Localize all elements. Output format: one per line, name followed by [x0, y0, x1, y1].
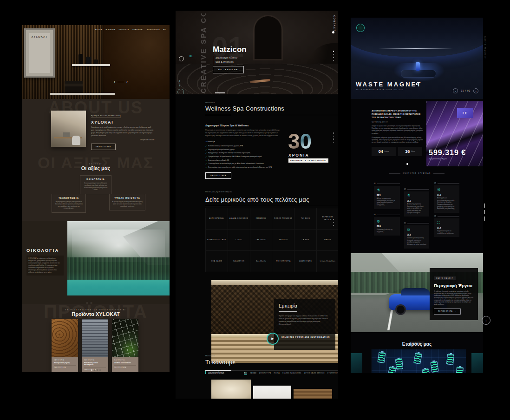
wastemagnet-hero-image: WASTE MAGNET ΜΕ ΤΗ ΧΡΗΜΑΤΟΔΟΤΗΣΗ ΤΗΣ ΕΣΠ…: [351, 18, 483, 99]
client-logo[interactable]: AKTI IMPERIAL: [206, 208, 228, 229]
client-logo[interactable]: AMADA COLOSSOS: [228, 208, 250, 229]
play-icon: ▶: [271, 337, 274, 341]
side-dot[interactable]: [333, 142, 334, 143]
nav-item-home[interactable]: ΑΡΧΙΚΗ: [95, 29, 103, 31]
client-logo[interactable]: CURIO: [228, 230, 250, 250]
check-icon: ✓: [205, 151, 207, 155]
side-dot[interactable]: [333, 219, 334, 220]
prev-arrow-icon[interactable]: ‹: [114, 80, 115, 84]
prev-arrow-icon[interactable]: ‹: [453, 88, 458, 93]
side-dot[interactable]: [333, 222, 334, 223]
hero-subtitle-line2: Spa & Wellness: [216, 60, 237, 64]
work-filter-tabs: ALL ΧΑΜΑΜ ΑΤΜΟΛΟΥΤΡΑ ΠΙΣΙΝΑ ΕΙΔΙΚΕΣ ΚΑΤΑ…: [244, 372, 338, 375]
client-logo[interactable]: THE SYNTOPIA: [272, 251, 294, 272]
gallery-image-wood[interactable]: [294, 389, 332, 399]
client-logo[interactable]: ΘΕΑ OASIS: [206, 251, 228, 272]
client-logo[interactable]: THE VAULT: [250, 230, 272, 250]
experience-card: Εμπειρία Είμαστε στο χώρο των θερμών υδά…: [274, 299, 335, 350]
client-logo[interactable]: KALLISTON: [228, 251, 250, 272]
product-card[interactable]: ΚΑΤΗΓΟΡΙΑ Μασίφ Ξυλείες Δρυός ΠΕΡΙΣΣΟΤΕΡ…: [52, 319, 78, 372]
clients-label: Ποιοί μας εμπιστεύθηκαν: [205, 190, 232, 193]
battery-graphic: [377, 352, 386, 363]
nav-item-contact[interactable]: ΕΠΙΚΟΙΝΩΝΙΑ: [147, 29, 160, 31]
product-card[interactable]: ΚΑΤΗΓΟΡΙΑ Σύνθετα Ξύλινα Πάνελ ΠΕΡΙΣΣΟΤΕ…: [112, 319, 138, 372]
twitter-icon[interactable]: t: [179, 79, 180, 82]
product-more-link[interactable]: ΠΕΡΙΣΣΟΤΕΡΑ: [114, 365, 136, 368]
client-logo[interactable]: ESPERIDES PALACE: [317, 208, 338, 229]
section-label: Matzicon: [205, 101, 338, 104]
nav-item-company[interactable]: Η ΕΤΑΙΡΙΑ: [105, 29, 115, 31]
filter-tab-aftersales[interactable]: AFTER SALES SERVICE: [304, 372, 325, 375]
contact-link[interactable]: CONTACT: [333, 15, 335, 32]
partner-slide-right[interactable]: [471, 353, 483, 373]
side-dot[interactable]: [333, 132, 334, 134]
nav-lang-switch[interactable]: EN: [163, 29, 166, 31]
hero-carousel-dot[interactable]: [416, 83, 418, 85]
gallery-image-marble[interactable]: [253, 386, 291, 399]
client-logo[interactable]: ESPEROS VILLAGE: [206, 230, 228, 250]
description-more-button[interactable]: ΠΕΡΙΣΣΟΤΕΡΑ →: [434, 308, 461, 315]
client-logo[interactable]: RODOS PRINCESS: [272, 208, 294, 229]
filter-tab-special[interactable]: ΕΙΔΙΚΕΣ ΚΑΤΑΣΚΕΥΕΣ: [282, 372, 301, 375]
hero-vertical-text: CREATIVE SPA CONSTRUCTIONS: [199, 13, 207, 93]
unit-icon: ⛁: [407, 228, 426, 232]
filter-tab-hamam[interactable]: ΧΑΜΑΜ: [250, 372, 256, 375]
pagination-dot[interactable]: [97, 369, 98, 371]
product-cards: ΚΑΤΗΓΟΡΙΑ Μασίφ Ξυλείες Δρυός ΠΕΡΙΣΣΟΤΕΡ…: [52, 319, 138, 372]
filter-tab-pool[interactable]: ΠΙΣΙΝΑ: [274, 372, 280, 375]
about-more-button[interactable]: ΠΕΡΙΣΣΟΤΕΡΑ: [91, 144, 116, 150]
pagination-dot[interactable]: [91, 369, 92, 371]
side-dot[interactable]: [333, 138, 334, 140]
nav-item-products[interactable]: ΠΡΟΪΟΝΤΑ: [119, 29, 129, 31]
product-card[interactable]: ΚΑΤΗΓΟΡΙΑ Επενδύσεις Ξύλου Εσωτερικών ΠΕ…: [82, 319, 108, 372]
side-dot[interactable]: [333, 225, 334, 226]
plank-texture-image: [82, 319, 108, 357]
see-projects-button[interactable]: ΔΕΣ ΤΑ ΕΡΓΑ ΜΑΣ: [213, 66, 244, 73]
slide-dot[interactable]: [333, 54, 334, 55]
car-underbody-graphic: [351, 18, 483, 57]
next-arrow-icon[interactable]: ›: [126, 80, 128, 84]
product-more-link[interactable]: ΠΕΡΙΣΣΟΤΕΡΑ: [54, 365, 76, 368]
product-category: ΚΑΤΗΓΟΡΙΑ: [54, 359, 76, 361]
checklist-item: Δημιουργούμε υποδομές 3D: [208, 159, 229, 163]
arrow-right-icon: →: [455, 310, 457, 312]
pagination-dot[interactable]: [94, 369, 95, 371]
client-logo[interactable]: TUI BLUE: [294, 208, 316, 229]
client-logo[interactable]: Sea Motifs: [250, 251, 272, 272]
value-card-title: ΥΨΗΛΗ ΠΟΙΟΤΗΤΑ: [112, 197, 143, 199]
carousel-next-circle-button[interactable]: ›: [482, 316, 490, 325]
checklist-title: Τι κάνουμε: [205, 140, 281, 143]
filter-tab-maintenance[interactable]: ΣΥΝΤΗΡΗΣΗ: [327, 372, 338, 375]
slide-dot[interactable]: [333, 51, 334, 52]
facebook-icon[interactable]: f: [179, 84, 180, 87]
partner-slide-left[interactable]: [351, 353, 362, 373]
client-logo[interactable]: MAYOR: [317, 230, 338, 250]
pagination-dot[interactable]: [99, 369, 101, 371]
loader-spinner-icon: [177, 89, 184, 94]
battery-circuit-image[interactable]: [372, 349, 466, 373]
years-sublabel: ΕΜΠΕΙΡΙΑΣ & ΤΕΧΝΟΓΝΩΣΙΑΣ: [288, 158, 328, 163]
gallery-image-dome[interactable]: [211, 380, 251, 399]
site-matzicon: CREATIVE SPA CONSTRUCTIONS 01 Matzicon Δ…: [176, 11, 338, 399]
charging-stem-graphic: [416, 62, 420, 71]
clients-title: Δείτε μερικούς από τους πελάτες μας: [205, 196, 309, 203]
filter-tab-steam[interactable]: ΑΤΜΟΛΟΥΤΡΑ: [259, 372, 271, 375]
client-logo[interactable]: IMMANUEL: [250, 208, 272, 229]
client-logo[interactable]: SENTIDO: [272, 230, 294, 250]
intro-more-button[interactable]: ΠΕΡΙΣΣΟΤΕΡΑ: [205, 172, 231, 179]
section-carousel-dot[interactable]: [406, 163, 408, 165]
slide-dot[interactable]: [333, 60, 334, 61]
side-dot[interactable]: [333, 136, 334, 137]
slide-dot[interactable]: [333, 57, 334, 58]
client-logo[interactable]: ZANTE PARK: [294, 251, 316, 272]
client-logo[interactable]: LA MER: [294, 230, 316, 250]
play-button[interactable]: ▶: [267, 333, 279, 345]
nav-item-services[interactable]: ΥΠΗΡΕΣΙΕΣ: [132, 29, 144, 31]
wastemagnet-logo-icon[interactable]: [356, 24, 365, 32]
client-logo[interactable]: Lilium Rebellion: [317, 251, 338, 272]
filter-tab-all[interactable]: ALL: [244, 372, 247, 375]
language-switch[interactable]: EL: [190, 55, 193, 58]
next-arrow-icon[interactable]: ›: [473, 88, 478, 93]
package-number: 04: [374, 214, 376, 216]
stat-partners: 04 Εταίροι: [372, 147, 396, 156]
